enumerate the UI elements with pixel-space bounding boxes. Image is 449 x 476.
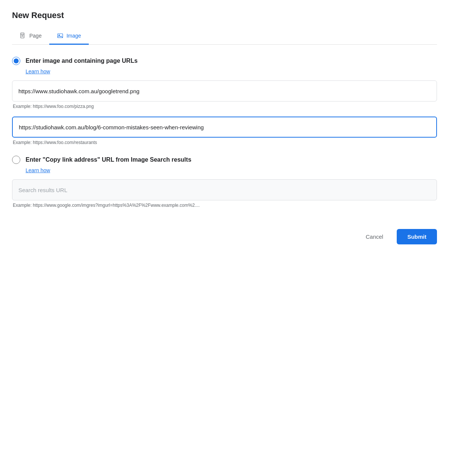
dialog-container: New Request Page — [0, 0, 449, 256]
image-url-example: Example: https://www.foo.com/pizza.png — [13, 104, 437, 109]
copy-link-radio[interactable] — [12, 156, 20, 164]
svg-point-5 — [59, 35, 59, 35]
page-url-input-group — [12, 117, 437, 138]
image-url-learn-how-link[interactable]: Learn how — [26, 68, 50, 74]
page-url-input[interactable] — [12, 117, 437, 138]
tab-image-label: Image — [67, 33, 81, 39]
page-url-example: Example: https://www.foo.com/restaurants — [13, 140, 437, 145]
tabs-container: Page Image — [12, 28, 437, 45]
image-url-radio-row: Enter image and containing page URLs — [12, 57, 437, 65]
copy-link-radio-row: Enter "Copy link address" URL from Image… — [12, 156, 437, 164]
page-icon — [20, 32, 26, 39]
search-results-url-input-block: Example: https://www.google.com/imgres?i… — [12, 179, 437, 208]
image-url-input[interactable] — [12, 80, 437, 102]
tab-image[interactable]: Image — [49, 28, 89, 45]
tab-page-label: Page — [29, 33, 42, 39]
tab-page[interactable]: Page — [12, 28, 49, 45]
search-results-url-input-group — [12, 179, 437, 200]
copy-link-radio-label[interactable]: Enter "Copy link address" URL from Image… — [26, 156, 191, 163]
image-url-input-group — [12, 80, 437, 102]
image-icon — [57, 32, 64, 39]
page-url-input-block: Example: https://www.foo.com/restaurants — [12, 117, 437, 145]
copy-link-learn-how-link[interactable]: Learn how — [26, 167, 50, 173]
search-results-url-input[interactable] — [12, 179, 437, 200]
search-results-url-example: Example: https://www.google.com/imgres?i… — [13, 203, 437, 208]
cancel-button[interactable]: Cancel — [358, 230, 391, 244]
image-url-radio[interactable] — [12, 57, 20, 65]
page-title: New Request — [12, 11, 437, 20]
footer-row: Cancel Submit — [12, 223, 437, 244]
image-url-input-block: Example: https://www.foo.com/pizza.png — [12, 80, 437, 109]
submit-button[interactable]: Submit — [397, 229, 437, 244]
copy-link-section: Enter "Copy link address" URL from Image… — [12, 156, 437, 208]
image-url-radio-label[interactable]: Enter image and containing page URLs — [26, 58, 138, 64]
image-url-section: Enter image and containing page URLs Lea… — [12, 57, 437, 145]
